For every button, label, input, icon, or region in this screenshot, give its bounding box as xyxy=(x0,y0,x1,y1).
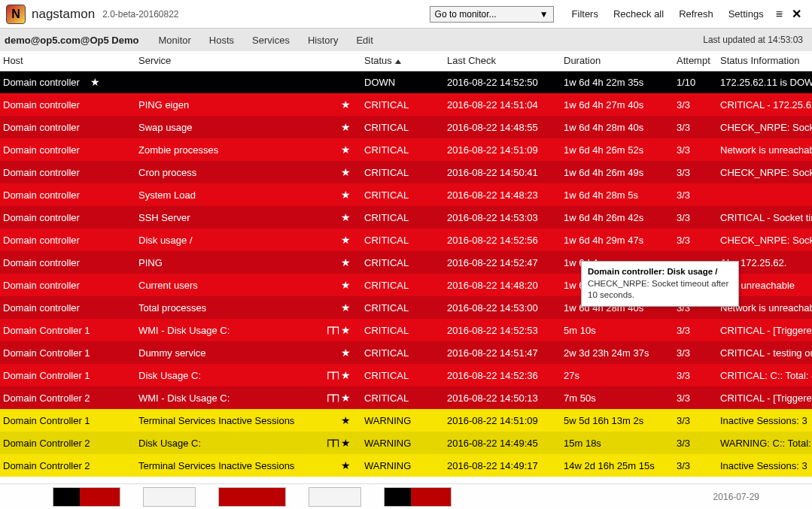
cell-attempt: 3/3 xyxy=(674,409,717,432)
hamburger-menu-icon[interactable]: ≡ xyxy=(776,8,783,21)
menu-monitor[interactable]: Monitor xyxy=(159,35,191,46)
star-icon: ★ xyxy=(341,414,351,426)
cell-service: Swap usage★ xyxy=(135,116,361,138)
cell-host: Domain Controller 1 xyxy=(0,409,135,432)
cell-duration: 1w 6d 4h 26m 42s xyxy=(561,206,674,229)
star-icon: ★ xyxy=(341,144,351,156)
cell-last-check: 2016-08-22 14:52:53 xyxy=(444,319,561,341)
menu-hosts[interactable]: Hosts xyxy=(209,35,234,46)
background-strip: 2016-07-29 xyxy=(0,483,812,509)
table-row[interactable]: Domain controllerPING eigen★CRITICAL2016… xyxy=(0,93,812,116)
cell-duration: 1w 6d 4h 26m 49s xyxy=(561,161,674,183)
table-row[interactable]: Domain controllerDisk usage /★CRITICAL20… xyxy=(0,229,812,251)
flapping-icon: ⨅⨅ xyxy=(327,369,338,381)
table-row[interactable]: Domain Controller 2Disk Usage C:⨅⨅★WARNI… xyxy=(0,432,812,454)
col-host[interactable]: Host xyxy=(0,51,135,71)
cell-last-check: 2016-08-22 14:49:45 xyxy=(444,432,561,454)
cell-attempt: 3/3 xyxy=(674,319,717,341)
star-icon: ★ xyxy=(341,392,351,404)
table-row[interactable]: Domain controllerSystem Load★CRITICAL201… xyxy=(0,183,812,206)
cell-host: Domain Controller 2 xyxy=(0,386,135,409)
cell-service: Disk usage /★ xyxy=(135,229,361,251)
recheck-all-link[interactable]: Recheck all xyxy=(613,8,664,20)
cell-last-check: 2016-08-22 14:48:20 xyxy=(444,274,561,296)
cell-status: CRITICAL xyxy=(361,116,444,138)
col-last-check[interactable]: Last Check xyxy=(444,51,561,71)
cell-duration: 5w 5d 16h 13m 2s xyxy=(561,409,674,432)
cell-status: CRITICAL xyxy=(361,386,444,409)
cell-status: CRITICAL xyxy=(361,319,444,341)
cell-status: WARNING xyxy=(361,454,444,477)
cell-status: DOWN xyxy=(361,71,444,93)
col-status[interactable]: Status xyxy=(361,51,444,71)
flapping-icon: ⨅⨅ xyxy=(327,324,338,336)
cell-duration: 14w 2d 16h 25m 15s xyxy=(561,454,674,477)
cell-last-check: 2016-08-22 14:52:50 xyxy=(444,71,561,93)
thumbnail-icon xyxy=(384,487,452,507)
col-status-info[interactable]: Status Information xyxy=(717,51,812,71)
cell-attempt: 3/3 xyxy=(674,138,717,161)
flapping-icon: ⨅⨅ xyxy=(327,437,338,449)
cell-service: Total processes★ xyxy=(135,296,361,319)
table-row[interactable]: Domain controllerZombie processes★CRITIC… xyxy=(0,138,812,161)
cell-status: CRITICAL xyxy=(361,229,444,251)
refresh-link[interactable]: Refresh xyxy=(679,8,713,20)
app-version: 2.0-beta-20160822 xyxy=(102,9,178,20)
cell-service: Current users★ xyxy=(135,274,361,296)
cell-status: CRITICAL xyxy=(361,296,444,319)
star-icon: ★ xyxy=(341,324,351,336)
col-service[interactable]: Service xyxy=(135,51,361,71)
table-row[interactable]: Domain controllerCron process★CRITICAL20… xyxy=(0,161,812,183)
table-row[interactable]: Domain Controller 2Terminal Services Ina… xyxy=(0,454,812,477)
tooltip-title: Domain controller: Disk usage / xyxy=(588,266,732,278)
menu-history[interactable]: History xyxy=(308,35,338,46)
cell-last-check: 2016-08-22 14:53:00 xyxy=(444,296,561,319)
cell-host: Domain controller xyxy=(0,274,135,296)
menu-services[interactable]: Services xyxy=(252,35,290,46)
table-row[interactable]: Domain Controller 2WMI - Disk Usage C:⨅⨅… xyxy=(0,386,812,409)
cell-attempt: 3/3 xyxy=(674,116,717,138)
star-icon: ★ xyxy=(341,121,351,133)
cell-host: Domain controller xyxy=(0,93,135,116)
star-icon: ★ xyxy=(341,301,351,314)
cell-last-check: 2016-08-22 14:48:55 xyxy=(444,116,561,138)
cell-status-info: CHECK_NRPE: Socket t xyxy=(717,161,812,183)
cell-last-check: 2016-08-22 14:48:23 xyxy=(444,183,561,206)
cell-attempt: 3/3 xyxy=(674,386,717,409)
table-row[interactable]: Domain Controller 1Dummy service★CRITICA… xyxy=(0,341,812,364)
cell-service: WMI - Disk Usage C:⨅⨅★ xyxy=(135,319,361,341)
star-icon: ★ xyxy=(341,166,351,178)
close-icon[interactable]: ✕ xyxy=(792,7,801,21)
account-label: demo@op5.com@Op5 Demo xyxy=(5,35,139,46)
cell-host: Domain controller xyxy=(0,229,135,251)
table-row[interactable]: Domain controllerSwap usage★CRITICAL2016… xyxy=(0,116,812,138)
cell-attempt: 3/3 xyxy=(674,341,717,364)
table-row[interactable]: Domain controller ★DOWN2016-08-22 14:52:… xyxy=(0,71,812,93)
go-to-monitor-select[interactable]: Go to monitor... ▼ xyxy=(430,6,554,23)
cell-host: Domain Controller 2 xyxy=(0,432,135,454)
col-duration[interactable]: Duration xyxy=(561,51,674,71)
cell-last-check: 2016-08-22 14:50:13 xyxy=(444,386,561,409)
table-row[interactable]: Domain controllerSSH Server★CRITICAL2016… xyxy=(0,206,812,229)
cell-status-info: Inactive Sessions: 3 xyxy=(717,454,812,477)
app-logo-icon: N xyxy=(6,5,26,24)
cell-service: System Load★ xyxy=(135,183,361,206)
star-icon: ★ xyxy=(341,369,351,381)
cell-last-check: 2016-08-22 14:52:47 xyxy=(444,251,561,274)
table-row[interactable]: Domain Controller 1Disk Usage C:⨅⨅★CRITI… xyxy=(0,364,812,386)
settings-link[interactable]: Settings xyxy=(728,8,764,20)
last-updated-label: Last updated at 14:53:03 xyxy=(703,35,803,45)
background-date: 2016-07-29 xyxy=(713,492,759,502)
cell-status-info: CHECK_NRPE: Socket t xyxy=(717,229,812,251)
star-icon: ★ xyxy=(341,98,351,111)
cell-status: WARNING xyxy=(361,432,444,454)
table-row[interactable]: Domain Controller 1WMI - Disk Usage C:⨅⨅… xyxy=(0,319,812,341)
cell-last-check: 2016-08-22 14:52:56 xyxy=(444,229,561,251)
table-row[interactable]: Domain Controller 1Terminal Services Ina… xyxy=(0,409,812,432)
col-attempt[interactable]: Attempt xyxy=(674,51,717,71)
filters-link[interactable]: Filters xyxy=(572,8,598,20)
cell-duration: 1w 6d 4h 28m 5s xyxy=(561,183,674,206)
cell-status: CRITICAL xyxy=(361,161,444,183)
menu-edit[interactable]: Edit xyxy=(356,35,373,46)
thumbnail-icon xyxy=(53,487,120,507)
